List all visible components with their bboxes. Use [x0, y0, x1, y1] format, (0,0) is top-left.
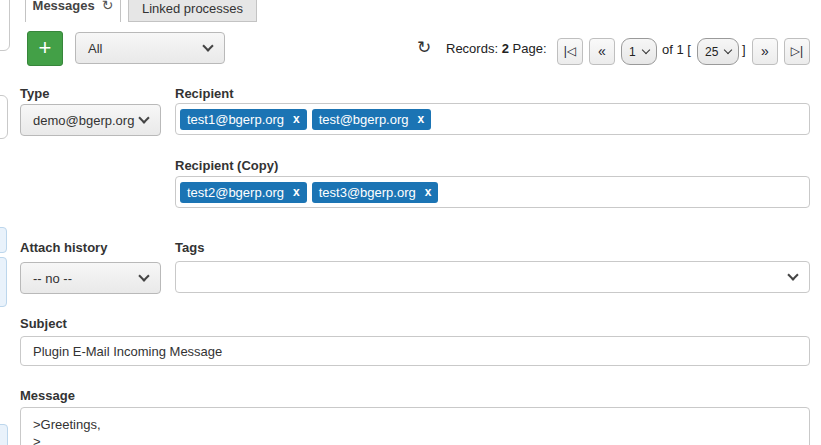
first-page-button[interactable]: |◁: [557, 38, 583, 65]
page-number-value: 1: [629, 45, 636, 59]
left-panel-fragment: [0, 0, 10, 51]
page-of-text: of 1 [: [662, 42, 691, 57]
recipient-label: Recipient: [175, 86, 234, 101]
attach-history-value: -- no --: [33, 271, 72, 286]
type-select[interactable]: demo@bgerp.org: [20, 104, 161, 136]
attach-history-select[interactable]: -- no --: [20, 262, 161, 294]
subject-label: Subject: [20, 316, 67, 331]
recipient-copy-tag: test2@bgerp.org x: [180, 182, 307, 203]
prev-page-button[interactable]: «: [589, 38, 615, 65]
message-edit-page: Messages ↻ Linked processes + All ↻ Reco…: [0, 0, 821, 445]
recipient-copy-tag: test3@bgerp.org x: [312, 182, 439, 203]
tags-combobox[interactable]: [175, 261, 810, 293]
remove-tag-icon[interactable]: x: [418, 113, 425, 125]
subject-input[interactable]: Plugin E-Mail Incoming Message: [20, 336, 810, 366]
attach-history-label: Attach history: [20, 240, 107, 255]
recipient-tag-text: test1@bgerp.org: [187, 112, 284, 127]
recipient-tag: test@bgerp.org x: [312, 109, 432, 130]
page-size-value: 25: [705, 45, 718, 59]
list-refresh-icon[interactable]: ↻: [417, 37, 431, 58]
remove-tag-icon[interactable]: x: [293, 186, 300, 198]
chevron-down-icon: [724, 45, 732, 53]
subject-input-value: Plugin E-Mail Incoming Message: [33, 344, 222, 359]
remove-tag-icon[interactable]: x: [293, 113, 300, 125]
message-textarea[interactable]: >Greetings, >: [20, 407, 810, 445]
remove-tag-icon[interactable]: x: [425, 186, 432, 198]
left-panel-fragment: [0, 257, 7, 307]
tab-messages-label: Messages: [33, 0, 95, 13]
left-panel-fragment: [0, 95, 8, 139]
page-label: Page:: [513, 41, 547, 56]
recipient-copy-field[interactable]: test2@bgerp.org x test3@bgerp.org x: [175, 176, 810, 208]
recipient-copy-label: Recipient (Copy): [175, 158, 278, 173]
next-page-button[interactable]: »: [752, 38, 778, 65]
page-size-select[interactable]: 25: [697, 38, 739, 65]
recipient-field[interactable]: test1@bgerp.org x test@bgerp.org x: [175, 103, 810, 135]
left-panel-fragment: [0, 424, 8, 445]
tags-label: Tags: [175, 240, 204, 255]
records-count: 2: [502, 41, 509, 56]
chevron-down-icon: [138, 112, 149, 123]
message-label: Message: [20, 388, 75, 403]
recipient-copy-tag-text: test2@bgerp.org: [187, 185, 284, 200]
last-page-button[interactable]: ▷|: [784, 38, 810, 65]
tab-linked-processes[interactable]: Linked processes: [128, 0, 257, 22]
add-message-button[interactable]: +: [27, 31, 63, 66]
page-number-select[interactable]: 1: [621, 38, 657, 65]
left-panel-fragment: [0, 227, 7, 253]
filter-select-value: All: [88, 41, 102, 56]
chevron-down-icon: [787, 269, 798, 280]
recipient-tag-text: test@bgerp.org: [319, 112, 409, 127]
chevron-down-icon: [641, 45, 649, 53]
refresh-icon[interactable]: ↻: [102, 0, 114, 13]
chevron-down-icon: [202, 40, 213, 51]
records-label: Records:: [446, 41, 498, 56]
bracket-close-text: ]: [742, 42, 746, 57]
type-select-value: demo@bgerp.org: [33, 113, 134, 128]
type-label: Type: [20, 86, 49, 101]
chevron-down-icon: [138, 270, 149, 281]
records-status: Records: 2 Page:: [446, 41, 547, 56]
filter-select[interactable]: All: [75, 32, 225, 64]
tab-messages[interactable]: Messages ↻: [25, 0, 121, 22]
recipient-copy-tag-text: test3@bgerp.org: [319, 185, 416, 200]
recipient-tag: test1@bgerp.org x: [180, 109, 307, 130]
tab-linked-processes-label: Linked processes: [142, 1, 243, 16]
